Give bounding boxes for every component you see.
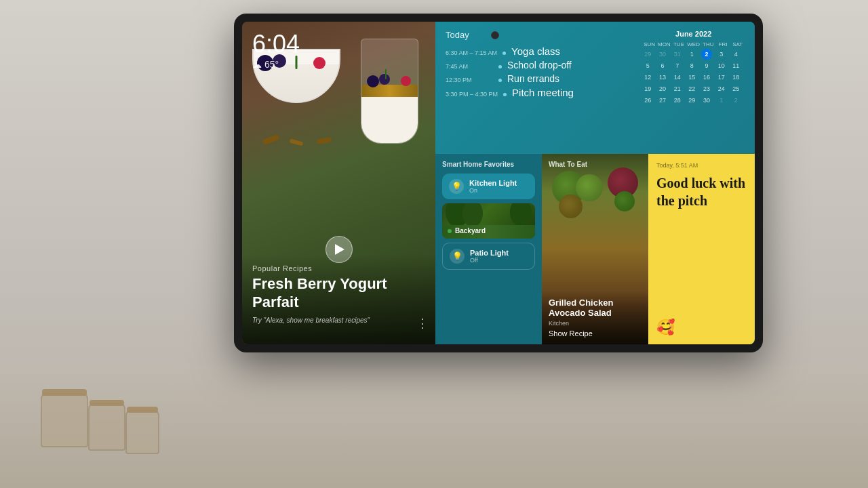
- event-dot-school: [498, 65, 502, 68]
- weather-icon: ☁: [252, 59, 262, 70]
- calendar-month: June 2022: [642, 30, 745, 38]
- cal-wed: WED: [686, 41, 701, 48]
- cal-day-21: 21: [672, 83, 683, 94]
- glass-raspberry: [401, 76, 411, 86]
- cal-sat: SAT: [730, 41, 745, 48]
- what-to-eat-card[interactable]: What To Eat Grilled Chicken Avocado Sala…: [542, 154, 648, 344]
- cal-day-10: 10: [716, 60, 727, 71]
- recipe-title: Fresh Berry Yogurt Parfait: [252, 275, 425, 311]
- cal-day-22: 22: [686, 83, 697, 94]
- cal-tue: TUE: [672, 41, 686, 48]
- cal-day-3: 3: [716, 49, 727, 60]
- cal-fri: FRI: [716, 41, 730, 48]
- counter-surface: [0, 366, 868, 488]
- calendar-grid: SUN MON TUE WED THU FRI SAT 29 30 31 1 2…: [642, 41, 745, 106]
- patio-light-status: Off: [470, 257, 528, 264]
- backyard-camera-button[interactable]: Backyard: [442, 203, 535, 239]
- calendar: June 2022 SUN MON TUE WED THU FRI SAT 29…: [642, 30, 745, 106]
- smart-home-card: Smart Home Favorites 💡 Kitchen Light On: [435, 154, 542, 344]
- temperature: 65°: [264, 59, 279, 70]
- left-panel: 6:04 ☁ 65° Popular Recipes Fresh Berry Y…: [242, 22, 435, 344]
- event-dot-errands: [498, 79, 502, 82]
- event-name-school: School drop-off: [507, 60, 572, 70]
- cal-sun: SUN: [642, 41, 656, 48]
- camera-dot: [491, 31, 499, 39]
- jar-3: [125, 410, 159, 454]
- scattered-nuts: [249, 137, 429, 150]
- cal-day-23: 23: [701, 83, 712, 94]
- cal-day-16: 16: [701, 72, 712, 83]
- cal-day-19: 19: [642, 83, 653, 94]
- recipe-background: 6:04 ☁ 65° Popular Recipes Fresh Berry Y…: [242, 22, 435, 344]
- tv-frame: 6:04 ☁ 65° Popular Recipes Fresh Berry Y…: [234, 14, 763, 352]
- what-to-eat-label: What To Eat: [549, 161, 587, 168]
- recipe-overlay: Popular Recipes Fresh Berry Yogurt Parfa…: [242, 254, 435, 344]
- jar-lid-1: [42, 389, 87, 396]
- jar-lid-3: [127, 407, 158, 413]
- recipe-hint: Try "Alexa, show me breakfast recipes": [252, 317, 425, 324]
- patio-light-info: Patio Light Off: [470, 249, 528, 264]
- herb: [614, 191, 635, 211]
- cal-day-27: 27: [657, 95, 668, 106]
- weather: ☁ 65°: [252, 59, 300, 70]
- patio-light-icon: 💡: [450, 249, 465, 264]
- chicken: [559, 195, 583, 218]
- cal-day-29: 29: [686, 95, 697, 106]
- time-display: 6:04 ☁ 65°: [252, 32, 300, 70]
- echo-show-screen: 6:04 ☁ 65° Popular Recipes Fresh Berry Y…: [242, 22, 755, 344]
- cal-day-25: 25: [730, 83, 741, 94]
- kitchen-light-icon: 💡: [449, 179, 464, 194]
- cal-day-31-prev: 31: [672, 49, 683, 60]
- cal-mon: MON: [657, 41, 671, 48]
- sticky-note-card: Today, 5:51 AM Good luck with the pitch …: [648, 154, 755, 344]
- bottom-cards: Smart Home Favorites 💡 Kitchen Light On: [435, 154, 755, 344]
- note-text: Good luck with the pitch: [656, 174, 747, 313]
- kitchen-light-button[interactable]: 💡 Kitchen Light On: [442, 174, 535, 199]
- event-name-pitch: Pitch meeting: [512, 87, 574, 98]
- recipe-card-name: Grilled Chicken Avocado Salad: [549, 298, 642, 319]
- parfait-glass: [361, 39, 418, 144]
- cal-day-1-next: 1: [716, 95, 727, 106]
- event-name-errands: Run errands: [507, 73, 559, 84]
- note-emoji: 🥰: [656, 319, 747, 336]
- cal-day-13: 13: [657, 72, 668, 83]
- cal-day-7: 7: [672, 60, 683, 71]
- today-calendar-section: Today 6:30 AM – 7:15 AM Yoga class 7:45 …: [435, 22, 755, 154]
- event-dot-yoga: [502, 52, 506, 55]
- note-timestamp: Today, 5:51 AM: [656, 162, 747, 169]
- cal-day-12: 12: [642, 72, 653, 83]
- cal-day-30: 30: [701, 95, 712, 106]
- event-time-yoga: 6:30 AM – 7:15 AM: [446, 49, 497, 56]
- kitchen-light-info: Kitchen Light On: [469, 179, 528, 194]
- cal-day-15: 15: [686, 72, 697, 83]
- jar-1: [41, 393, 88, 447]
- cal-day-17: 17: [716, 72, 727, 83]
- cal-day-8: 8: [686, 60, 697, 71]
- cal-day-24: 24: [716, 83, 727, 94]
- right-panel: Today 6:30 AM – 7:15 AM Yoga class 7:45 …: [435, 22, 755, 344]
- cal-day-1: 1: [686, 49, 697, 60]
- cal-day-30-prev: 30: [657, 49, 668, 60]
- avocado-2: [576, 174, 603, 201]
- recipe-card-overlay: Grilled Chicken Avocado Salad Kitchen Sh…: [542, 291, 648, 344]
- patio-light-button[interactable]: 💡 Patio Light Off: [442, 243, 535, 270]
- cal-day-29-prev: 29: [642, 49, 653, 60]
- kitchen-light-status: On: [469, 187, 528, 194]
- bowl-raspberry: [313, 57, 326, 69]
- event-time-school: 7:45 AM: [446, 63, 493, 70]
- cal-day-2-next: 2: [730, 95, 741, 106]
- kitchen-light-name: Kitchen Light: [469, 179, 528, 187]
- cal-day-4: 4: [730, 49, 741, 60]
- smart-home-title: Smart Home Favorites: [442, 161, 535, 168]
- cal-thu: THU: [701, 41, 715, 48]
- cal-day-26: 26: [642, 95, 653, 106]
- recipe-source: Kitchen: [549, 320, 642, 327]
- event-time-errands: 12:30 PM: [446, 77, 493, 83]
- dots-menu[interactable]: ⋮: [416, 316, 429, 331]
- jar-lid-2: [90, 400, 124, 406]
- yogurt-layer: [361, 92, 418, 143]
- cal-day-11: 11: [730, 60, 741, 71]
- show-recipe-button[interactable]: Show Recipe: [549, 329, 642, 338]
- cal-day-18: 18: [730, 72, 741, 83]
- jar-2: [88, 403, 125, 451]
